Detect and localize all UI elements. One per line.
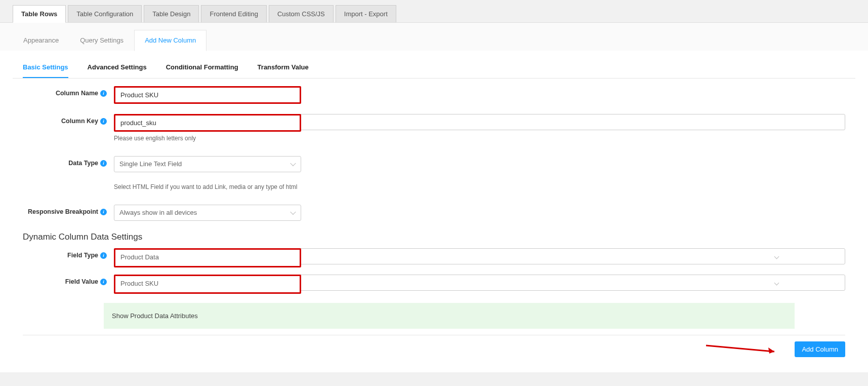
control-column-name xyxy=(114,86,845,104)
highlight-field-value: Product SKU xyxy=(114,275,301,294)
heading-dynamic-settings: Dynamic Column Data Settings xyxy=(23,232,855,242)
sub-tab-add-new-column[interactable]: Add New Column xyxy=(134,30,206,51)
column-key-input[interactable] xyxy=(115,115,300,130)
arrow-annotation xyxy=(704,340,784,356)
sub-tabs-wrapper: Appearance Query Settings Add New Column xyxy=(0,23,868,51)
top-tabs: Table Rows Table Configuration Table Des… xyxy=(0,0,868,23)
product-attributes-banner[interactable]: Show Product Data Attributes xyxy=(104,303,795,329)
label-responsive: Responsive Breakpoint i xyxy=(23,205,114,215)
row-column-key: Column Key i Please use english letters … xyxy=(23,114,845,142)
info-icon[interactable]: i xyxy=(100,118,107,125)
section-tab-conditional-formatting[interactable]: Conditional Formatting xyxy=(166,63,238,78)
tab-table-rows[interactable]: Table Rows xyxy=(13,5,66,23)
label-field-type: Field Type i xyxy=(23,248,114,259)
field-value-select[interactable]: Product SKU xyxy=(115,276,300,292)
tab-custom-css-js[interactable]: Custom CSS/JS xyxy=(269,5,334,22)
control-field-type: Product Data xyxy=(114,248,845,267)
control-field-value: Product SKU xyxy=(114,275,845,294)
row-data-type: Data Type i Single Line Text Field Selec… xyxy=(23,156,845,190)
section-tab-advanced-settings[interactable]: Advanced Settings xyxy=(88,63,147,78)
help-column-key: Please use english letters only xyxy=(114,135,845,142)
section-tab-transform-value[interactable]: Transform Value xyxy=(258,63,309,78)
label-data-type: Data Type i xyxy=(23,156,114,167)
sub-tab-appearance[interactable]: Appearance xyxy=(13,30,69,51)
footer: Add Column xyxy=(23,335,845,357)
row-responsive: Responsive Breakpoint i Always show in a… xyxy=(23,205,845,221)
column-name-input[interactable] xyxy=(115,88,300,102)
control-responsive: Always show in all devices xyxy=(114,205,301,221)
tab-table-configuration[interactable]: Table Configuration xyxy=(68,5,142,22)
svg-marker-1 xyxy=(768,348,774,354)
row-column-name: Column Name i xyxy=(23,86,845,104)
section-tabs: Basic Settings Advanced Settings Conditi… xyxy=(13,51,855,79)
sub-tabs: Appearance Query Settings Add New Column xyxy=(13,30,855,51)
label-field-value: Field Value i xyxy=(23,275,114,285)
info-icon[interactable]: i xyxy=(100,90,107,97)
field-type-select[interactable]: Product Data xyxy=(115,250,300,266)
svg-line-0 xyxy=(706,345,774,352)
info-icon[interactable]: i xyxy=(100,252,107,259)
control-column-key: Please use english letters only xyxy=(114,114,845,142)
highlight-field-type: Product Data xyxy=(114,248,301,267)
sub-tab-query-settings[interactable]: Query Settings xyxy=(69,30,134,51)
tab-table-design[interactable]: Table Design xyxy=(144,5,199,22)
info-icon[interactable]: i xyxy=(100,279,107,285)
highlight-column-key xyxy=(114,114,301,132)
label-column-name: Column Name i xyxy=(23,86,114,97)
content-area: Basic Settings Advanced Settings Conditi… xyxy=(0,51,868,372)
data-type-select[interactable]: Single Line Text Field xyxy=(114,156,301,172)
info-icon[interactable]: i xyxy=(100,209,107,215)
highlight-column-name xyxy=(114,86,301,104)
tab-import-export[interactable]: Import - Export xyxy=(336,5,396,22)
dynamic-form-area: Field Type i Product Data Field Value i xyxy=(13,248,855,294)
help-data-type: Select HTML Field if you want to add Lin… xyxy=(114,183,301,190)
label-column-key: Column Key i xyxy=(23,114,114,125)
control-data-type: Single Line Text Field Select HTML Field… xyxy=(114,156,301,190)
tab-frontend-editing[interactable]: Frontend Editing xyxy=(201,5,266,22)
section-tab-basic-settings[interactable]: Basic Settings xyxy=(23,63,68,78)
info-icon[interactable]: i xyxy=(100,160,107,167)
form-area: Column Name i Column Key i xyxy=(13,79,855,221)
row-field-type: Field Type i Product Data xyxy=(23,248,845,267)
responsive-select[interactable]: Always show in all devices xyxy=(114,205,301,221)
add-column-button[interactable]: Add Column xyxy=(795,341,845,357)
row-field-value: Field Value i Product SKU xyxy=(23,275,845,294)
